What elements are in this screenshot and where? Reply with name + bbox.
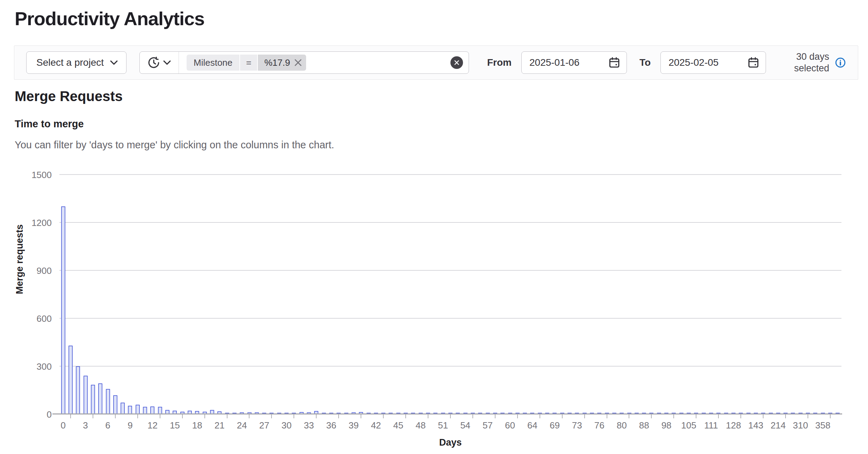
- from-date-input[interactable]: 2025-01-06: [521, 51, 627, 74]
- to-date-input[interactable]: 2025-02-05: [660, 51, 766, 74]
- y-tick-label: 900: [0, 265, 52, 276]
- days-selected-text: 30 days selected: [794, 51, 829, 74]
- search-token-area[interactable]: Milestone = %17.9: [179, 52, 450, 73]
- merge-requests-bar[interactable]: [143, 407, 147, 414]
- select-project-label: Select a project: [36, 57, 104, 68]
- y-tick-label: 1500: [0, 170, 52, 180]
- chart-description: You can filter by 'days to merge' by cli…: [15, 139, 334, 151]
- x-axis-tick: [204, 414, 205, 418]
- merge-requests-bar[interactable]: [68, 346, 73, 414]
- x-axis-tick: [271, 414, 272, 418]
- merge-requests-bar[interactable]: [121, 403, 125, 414]
- merge-requests-bar[interactable]: [150, 406, 154, 414]
- merge-requests-bar[interactable]: [128, 406, 132, 414]
- x-tick-label: 358: [805, 420, 840, 431]
- from-label: From: [487, 57, 512, 68]
- select-project-dropdown[interactable]: Select a project: [26, 51, 126, 74]
- chart-plot-area: [59, 175, 841, 414]
- from-date-value: 2025-01-06: [529, 57, 579, 68]
- search-history-button[interactable]: [140, 52, 179, 73]
- x-axis-tick: [763, 414, 764, 418]
- to-label: To: [639, 57, 651, 68]
- merge-requests-bar[interactable]: [158, 407, 162, 414]
- x-axis-tick: [405, 414, 406, 418]
- x-axis-tick: [830, 414, 831, 418]
- gridline-y-1200: [59, 222, 841, 223]
- x-axis-tick: [651, 414, 652, 418]
- x-axis-tick: [584, 414, 585, 418]
- x-axis-tick: [428, 414, 428, 418]
- productivity-analytics-page: Productivity Analytics Select a project …: [0, 0, 868, 454]
- x-axis-title: Days: [415, 437, 485, 448]
- x-axis-tick: [495, 414, 496, 418]
- calendar-icon[interactable]: [747, 57, 759, 69]
- x-axis-tick: [540, 414, 540, 418]
- x-axis-tick: [294, 414, 294, 418]
- page-title: Productivity Analytics: [15, 8, 204, 29]
- x-axis-tick: [361, 414, 361, 418]
- x-axis-tick: [450, 414, 451, 418]
- days-selected-summary: 30 days selected: [794, 51, 846, 74]
- filtered-search-input[interactable]: Milestone = %17.9: [139, 51, 469, 74]
- close-x-icon[interactable]: [294, 59, 302, 66]
- merge-requests-bar[interactable]: [113, 395, 117, 414]
- information-icon[interactable]: [835, 57, 846, 68]
- chevron-down-icon: [163, 60, 171, 65]
- x-axis-tick: [338, 414, 339, 418]
- token-value-text: %17.9: [264, 57, 290, 68]
- merge-requests-bar[interactable]: [91, 385, 95, 414]
- x-axis-tick: [383, 414, 384, 418]
- x-axis-tick: [629, 414, 629, 418]
- x-axis-tick: [673, 414, 674, 418]
- x-axis-tick: [517, 414, 518, 418]
- clear-search-button[interactable]: [450, 56, 463, 69]
- merge-requests-bar[interactable]: [98, 383, 102, 414]
- x-axis-tick: [740, 414, 741, 418]
- x-axis-tick: [227, 414, 227, 418]
- gridline-y-600: [59, 318, 841, 319]
- y-tick-label: 1200: [0, 218, 52, 228]
- x-axis-tick: [696, 414, 696, 418]
- gridline-y-1500: [59, 174, 841, 175]
- token-value[interactable]: %17.9: [258, 55, 306, 71]
- to-date-value: 2025-02-05: [668, 57, 718, 68]
- gridline-y-300: [59, 366, 841, 367]
- x-axis-tick: [182, 414, 183, 418]
- x-axis-tick: [93, 414, 93, 418]
- x-axis-tick: [607, 414, 607, 418]
- merge-requests-bar[interactable]: [76, 366, 80, 414]
- section-heading: Merge Requests: [15, 88, 123, 104]
- chevron-down-icon: [110, 60, 118, 65]
- time-to-merge-chart: Merge requests Days 03006009001200150003…: [0, 167, 868, 454]
- x-axis-tick: [249, 414, 249, 418]
- x-axis-tick: [808, 414, 808, 418]
- merge-requests-bar[interactable]: [84, 376, 88, 414]
- filter-token-milestone: Milestone = %17.9: [187, 55, 306, 71]
- x-axis-tick: [137, 414, 138, 418]
- filter-bar: Select a project Milestone = %17.9: [14, 45, 858, 80]
- chart-title: Time to merge: [15, 118, 84, 130]
- x-axis-tick: [785, 414, 786, 418]
- x-axis-tick: [70, 414, 71, 418]
- x-axis-tick: [472, 414, 473, 418]
- x-axis-tick: [718, 414, 719, 418]
- gridline-y-900: [59, 270, 841, 271]
- x-axis-tick: [160, 414, 160, 418]
- x-axis-line: [52, 413, 842, 414]
- token-operator[interactable]: =: [240, 55, 257, 71]
- y-tick-label: 0: [0, 409, 52, 420]
- token-name[interactable]: Milestone: [187, 55, 239, 71]
- x-axis-tick: [562, 414, 563, 418]
- x-axis-tick: [316, 414, 317, 418]
- y-tick-label: 600: [0, 313, 52, 324]
- x-axis-tick: [115, 414, 116, 418]
- y-tick-label: 300: [0, 361, 52, 372]
- calendar-icon[interactable]: [608, 57, 620, 69]
- clear-circle-x-icon: [454, 60, 460, 65]
- merge-requests-bar[interactable]: [136, 405, 140, 414]
- history-icon: [148, 57, 160, 69]
- merge-requests-bar[interactable]: [106, 389, 110, 414]
- merge-requests-bar[interactable]: [61, 206, 65, 414]
